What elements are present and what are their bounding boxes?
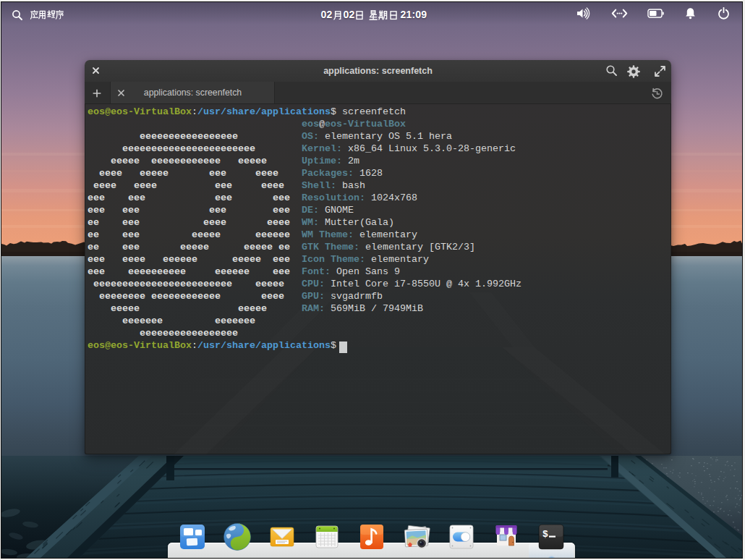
svg-text:$: $	[542, 529, 548, 540]
